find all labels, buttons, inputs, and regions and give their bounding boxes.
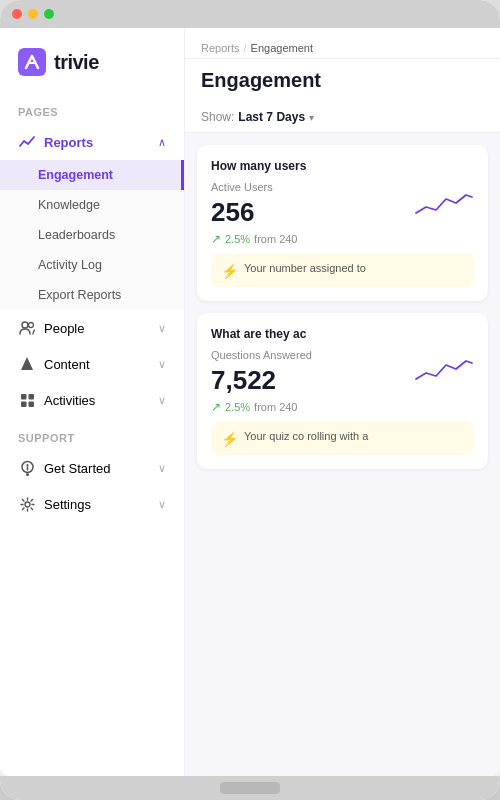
card-left-answered: Questions Answered 7,522 ↗ 2.5% from 240 [211,349,312,422]
people-icon [18,319,36,337]
close-dot[interactable] [12,9,22,19]
questions-number: 7,522 [211,365,312,396]
people-label: People [44,321,150,336]
show-chevron: ▾ [309,112,314,123]
card-sparkline-answered [414,349,474,392]
pages-section-label: Pages [0,92,184,124]
get-started-chevron: ∨ [158,462,166,475]
support-section-label: Support [0,418,184,450]
questions-insight: ⚡ Your quiz co rolling with a [211,422,474,455]
trend-up-icon-2: ↗ [211,400,221,414]
page-title: Engagement [201,69,484,92]
reports-label: Reports [44,135,150,150]
main-content: Reports / Engagement Engagement Show: La… [185,28,500,776]
laptop-shell: trivie Pages Reports ∧ Engagement [0,0,500,800]
app-name: trivie [54,51,99,74]
active-users-insight: ⚡ Your number assigned to [211,254,474,287]
sub-nav-activity-log[interactable]: Activity Log [0,250,184,280]
show-value: Last 7 Days [238,110,305,124]
sidebar-item-content[interactable]: Content ∨ [0,346,184,382]
breadcrumb: Reports / Engagement [185,28,500,59]
content-chevron: ∨ [158,358,166,371]
trend-value-2: 2.5% [225,401,250,413]
svg-rect-7 [28,401,34,407]
insight-icon-questions: ⚡ [221,431,238,447]
questions-label: Questions Answered [211,349,312,361]
sub-nav-knowledge[interactable]: Knowledge [0,190,184,220]
content-icon [18,355,36,373]
active-users-trend: ↗ 2.5% from 240 [211,232,298,246]
card-row-answered: Questions Answered 7,522 ↗ 2.5% from 240 [211,349,474,422]
sidebar-item-activities[interactable]: Activities ∨ [0,382,184,418]
active-users-number: 256 [211,197,298,228]
sub-nav-export-reports[interactable]: Export Reports [0,280,184,310]
insight-text-questions: Your quiz co rolling with a [244,430,368,442]
activities-chevron: ∨ [158,394,166,407]
sidebar-item-people[interactable]: People ∨ [0,310,184,346]
minimize-dot[interactable] [28,9,38,19]
insight-icon-users: ⚡ [221,263,238,279]
sidebar-item-reports[interactable]: Reports ∧ [0,124,184,160]
laptop-top-bar [0,0,500,28]
trivie-logo-icon [18,48,46,76]
sidebar: trivie Pages Reports ∧ Engagement [0,28,185,776]
reports-icon [18,133,36,151]
questions-card: What are they ac Questions Answered 7,52… [197,313,488,469]
show-filter[interactable]: Show: Last 7 Days ▾ [185,102,500,133]
breadcrumb-reports[interactable]: Reports [201,42,240,54]
card-left-users: Active Users 256 ↗ 2.5% from 240 [211,181,298,254]
breadcrumb-separator: / [244,42,247,54]
settings-label: Settings [44,497,150,512]
svg-point-2 [29,323,34,328]
insight-text-users: Your number assigned to [244,262,366,274]
reports-chevron: ∧ [158,136,166,149]
show-label: Show: [201,110,234,124]
content-scroll: How many users Active Users 256 ↗ 2.5% f… [185,133,500,776]
svg-rect-6 [21,401,27,407]
laptop-bottom [0,776,500,800]
questions-trend: ↗ 2.5% from 240 [211,400,312,414]
trend-from: from 240 [254,233,297,245]
active-users-card: How many users Active Users 256 ↗ 2.5% f… [197,145,488,301]
card-question-users: How many users [211,159,474,173]
page-title-bar: Engagement [185,59,500,102]
trackpad[interactable] [220,782,280,794]
sub-nav-leaderboards[interactable]: Leaderboards [0,220,184,250]
settings-chevron: ∨ [158,498,166,511]
activities-icon [18,391,36,409]
svg-marker-3 [21,357,33,370]
screen: trivie Pages Reports ∧ Engagement [0,28,500,776]
card-sparkline-users [414,181,474,224]
svg-point-11 [26,473,29,476]
get-started-label: Get Started [44,461,150,476]
settings-icon [18,495,36,513]
breadcrumb-engagement: Engagement [251,42,313,54]
trend-up-icon: ↗ [211,232,221,246]
svg-rect-4 [21,394,27,400]
content-label: Content [44,357,150,372]
maximize-dot[interactable] [44,9,54,19]
sidebar-item-get-started[interactable]: Get Started ∨ [0,450,184,486]
sidebar-logo: trivie [0,28,184,92]
trend-from-2: from 240 [254,401,297,413]
svg-point-1 [22,322,28,328]
get-started-icon [18,459,36,477]
reports-sub-nav: Engagement Knowledge Leaderboards Activi… [0,160,184,310]
card-question-answered: What are they ac [211,327,474,341]
activities-label: Activities [44,393,150,408]
trend-value: 2.5% [225,233,250,245]
sidebar-item-settings[interactable]: Settings ∨ [0,486,184,522]
sub-nav-engagement[interactable]: Engagement [0,160,184,190]
svg-point-12 [25,502,30,507]
people-chevron: ∨ [158,322,166,335]
active-users-label: Active Users [211,181,298,193]
card-row-users: Active Users 256 ↗ 2.5% from 240 [211,181,474,254]
svg-rect-5 [28,394,34,400]
